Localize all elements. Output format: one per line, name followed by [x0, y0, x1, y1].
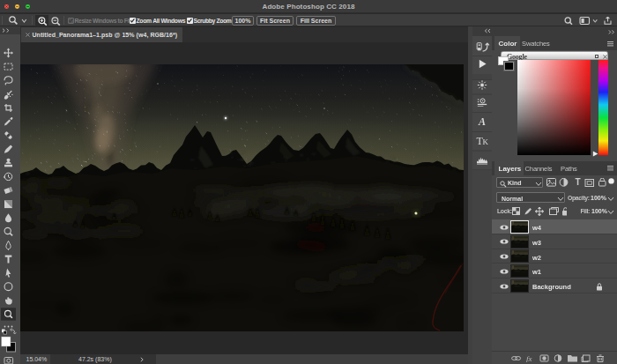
- svg-text:K: K: [483, 137, 489, 146]
- svg-text:T: T: [576, 178, 581, 187]
- svg-text:fx: fx: [526, 354, 532, 362]
- svg-text:A: A: [478, 115, 486, 128]
